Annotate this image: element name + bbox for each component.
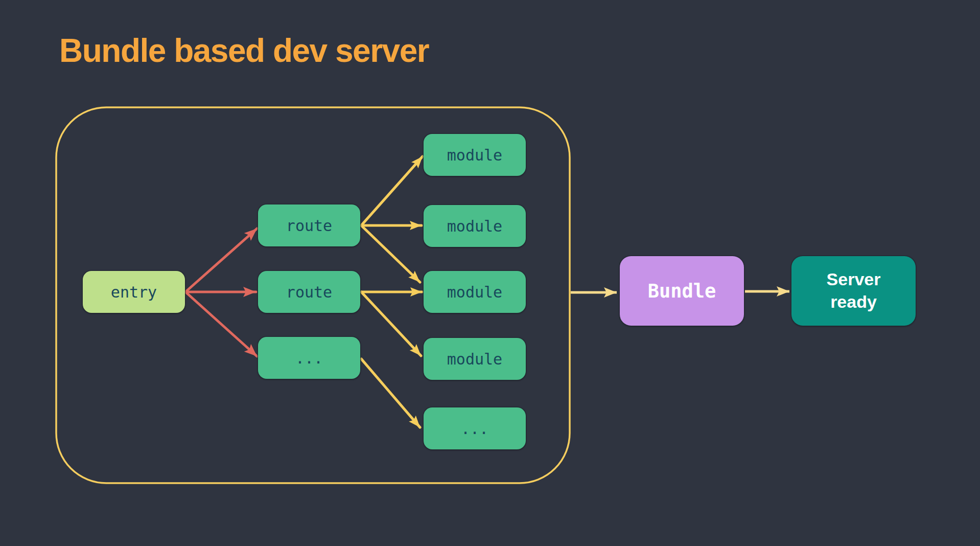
arrow-entry-to-route-more <box>185 292 257 356</box>
arrow-route-2-to-module-4 <box>361 292 421 356</box>
route-2-node: route <box>258 271 360 313</box>
route-more-node-label: ... <box>295 349 323 367</box>
server-ready-node: Server ready <box>791 256 916 326</box>
arrow-route-1-to-module-3 <box>361 225 420 282</box>
route-2-node-label: route <box>286 283 332 301</box>
module-more-node: ... <box>424 407 526 449</box>
slide-canvas: Bundle based dev server <box>0 0 980 546</box>
arrow-route-more-to-module-more <box>361 359 420 427</box>
route-1-node-label: route <box>286 217 332 235</box>
module-2-node-label: module <box>447 217 502 235</box>
entry-node: entry <box>83 271 185 313</box>
module-4-node-label: module <box>447 350 502 368</box>
server-ready-node-label: Server ready <box>813 268 895 313</box>
module-3-node-label: module <box>447 283 502 301</box>
module-3-node: module <box>424 271 526 313</box>
route-more-node: ... <box>258 337 360 379</box>
bundle-node-label: Bundle <box>648 280 716 302</box>
arrow-route-1-to-module-1 <box>361 156 423 225</box>
module-more-node-label: ... <box>461 420 488 438</box>
arrow-entry-to-route-1 <box>185 229 257 292</box>
bundle-node: Bundle <box>620 256 744 326</box>
module-2-node: module <box>424 205 526 247</box>
module-1-node: module <box>424 134 526 176</box>
entry-node-label: entry <box>111 283 157 301</box>
module-4-node: module <box>424 338 526 380</box>
module-1-node-label: module <box>447 146 502 164</box>
route-1-node: route <box>258 204 360 246</box>
